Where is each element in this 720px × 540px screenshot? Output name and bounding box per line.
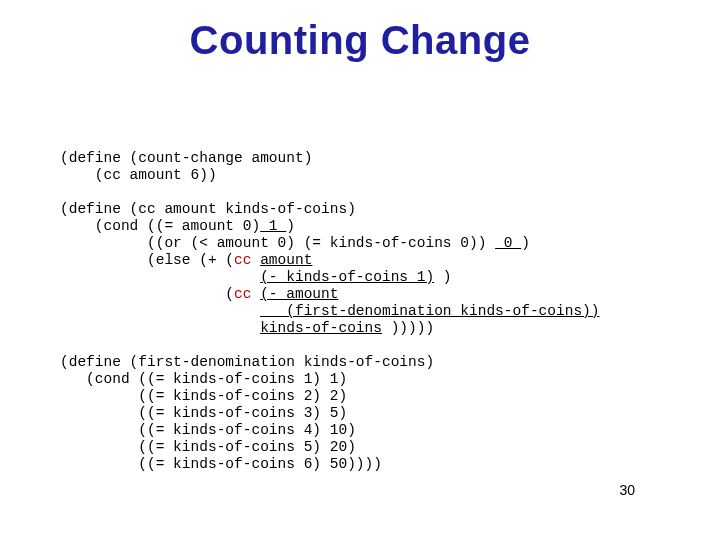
- code-line: (define (first-denomination kinds-of-coi…: [60, 354, 434, 370]
- code-line: ))))): [382, 320, 434, 336]
- code-line: ((= kinds-of-coins 5) 20): [60, 439, 356, 455]
- slide: Counting Change (define (count-change am…: [0, 0, 720, 540]
- code-line: [60, 269, 260, 285]
- blank-answer: (- amount: [260, 286, 338, 302]
- blank-answer: kinds-of-coins: [260, 320, 382, 336]
- highlight-cc: cc: [234, 286, 251, 302]
- blank-answer: (first-denomination kinds-of-coins)): [260, 303, 599, 319]
- blank-answer: 0: [495, 235, 521, 251]
- code-line: (: [60, 286, 234, 302]
- code-line: ((= kinds-of-coins 6) 50)))): [60, 456, 382, 472]
- code-line: (cc amount 6)): [60, 167, 217, 183]
- code-line: ((= kinds-of-coins 2) 2): [60, 388, 347, 404]
- code-line: ((= kinds-of-coins 4) 10): [60, 422, 356, 438]
- code-line: (define (count-change amount): [60, 150, 312, 166]
- code-line: [251, 286, 260, 302]
- code-line: ): [521, 235, 530, 251]
- blank-answer: (- kinds-of-coins 1): [260, 269, 434, 285]
- slide-title: Counting Change: [0, 18, 720, 63]
- code-line: (cond ((= kinds-of-coins 1) 1): [60, 371, 347, 387]
- page-number: 30: [619, 482, 635, 498]
- code-line: [251, 252, 260, 268]
- code-line: ): [286, 218, 295, 234]
- code-block: (define (count-change amount) (cc amount…: [60, 150, 600, 473]
- code-line: (else (+ (: [60, 252, 234, 268]
- blank-answer: 1: [260, 218, 286, 234]
- code-line: ((or (< amount 0) (= kinds-of-coins 0)): [60, 235, 495, 251]
- code-line: ): [434, 269, 451, 285]
- code-line: (define (cc amount kinds-of-coins): [60, 201, 356, 217]
- code-line: [60, 320, 260, 336]
- code-line: ((= kinds-of-coins 3) 5): [60, 405, 347, 421]
- code-line: (cond ((= amount 0): [60, 218, 260, 234]
- highlight-cc: cc: [234, 252, 251, 268]
- blank-answer: amount: [260, 252, 312, 268]
- code-line: [60, 303, 260, 319]
